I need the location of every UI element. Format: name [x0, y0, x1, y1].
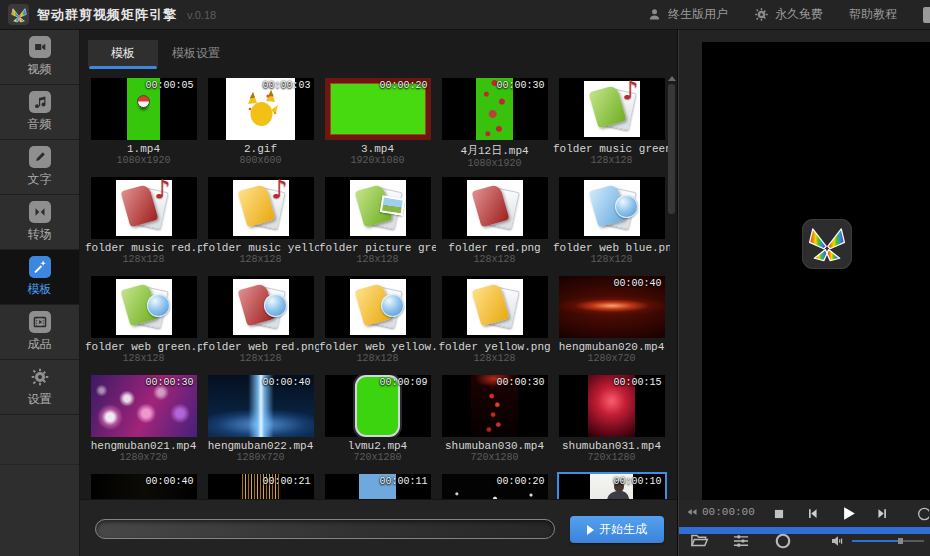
- tab-template-settings[interactable]: 模板设置: [158, 40, 234, 66]
- folder-image: [233, 279, 289, 335]
- template-card[interactable]: folder picture gre128x128: [319, 173, 436, 272]
- template-card[interactable]: folder web yellow.128x128: [319, 272, 436, 371]
- template-card[interactable]: 00:00:40hengmuban020.mp41280x720: [553, 272, 670, 371]
- template-thumbnail[interactable]: 00:00:05: [91, 78, 197, 140]
- cut-off-control-icon[interactable]: [913, 506, 929, 522]
- template-thumbnail[interactable]: 00:00:09: [325, 375, 431, 437]
- template-card[interactable]: 00:00:032.gif800x600: [202, 74, 319, 173]
- volume-handle[interactable]: [898, 538, 903, 544]
- template-dimensions: 128x128: [85, 353, 202, 364]
- template-thumbnail[interactable]: [325, 177, 431, 239]
- sidebar-item-settings[interactable]: 设置: [0, 360, 79, 415]
- template-card[interactable]: 00:00:203.mp41920x1080: [319, 74, 436, 173]
- sidebar-item-video[interactable]: 视频: [0, 30, 79, 85]
- template-card[interactable]: 00:00:30shumuban030.mp4720x1280: [436, 371, 553, 470]
- account-status[interactable]: 终生版用户: [647, 6, 728, 23]
- template-card[interactable]: ♪folder music yello128x128: [202, 173, 319, 272]
- template-thumbnail[interactable]: [208, 276, 314, 338]
- transition-icon: [29, 201, 51, 223]
- template-card[interactable]: folder web red.png128x128: [202, 272, 319, 371]
- template-card[interactable]: 00:00:40hengmuban022.mp41280x720: [202, 371, 319, 470]
- template-thumbnail[interactable]: [442, 276, 548, 338]
- title-bar: 智动群剪视频矩阵引擎 v.0.18 终生版用户 永久免费 帮助教程: [0, 0, 930, 30]
- template-thumbnail[interactable]: 00:00:11: [325, 474, 431, 499]
- playlist-button[interactable]: [731, 531, 751, 551]
- template-dimensions: 128x128: [202, 254, 319, 265]
- template-card[interactable]: 00:00:09lvmu2.mp4720x1280: [319, 371, 436, 470]
- template-card[interactable]: 00:00:40: [85, 470, 202, 499]
- sidebar-item-label: 音频: [28, 116, 52, 133]
- folder-image: [116, 279, 172, 335]
- template-thumbnail[interactable]: 00:00:20: [325, 78, 431, 140]
- play-button[interactable]: [839, 504, 858, 523]
- globe-icon: [147, 294, 170, 317]
- template-thumbnail[interactable]: 00:00:21: [208, 474, 314, 499]
- template-dimensions: 128x128: [85, 254, 202, 265]
- scrollbar-thumb[interactable]: [668, 84, 675, 214]
- template-thumbnail[interactable]: 00:00:40: [559, 276, 665, 338]
- template-card[interactable]: folder web blue.pn128x128: [553, 173, 670, 272]
- folder-image: [467, 279, 523, 335]
- template-thumbnail[interactable]: ♪: [559, 78, 665, 140]
- template-thumbnail[interactable]: ♪: [208, 177, 314, 239]
- grid-scrollbar[interactable]: [667, 76, 676, 496]
- template-thumbnail[interactable]: 00:00:40: [208, 375, 314, 437]
- template-card[interactable]: 00:00:11: [319, 470, 436, 499]
- template-thumbnail[interactable]: 00:00:15: [559, 375, 665, 437]
- template-card[interactable]: 00:00:20: [436, 470, 553, 499]
- app-window: 智动群剪视频矩阵引擎 v.0.18 终生版用户 永久免费 帮助教程 视频音频文字…: [0, 0, 930, 556]
- template-card[interactable]: 00:00:21: [202, 470, 319, 499]
- template-grid-viewport: 00:00:051.mp41080x192000:00:032.gif800x6…: [80, 74, 677, 499]
- template-thumbnail[interactable]: ♪: [91, 177, 197, 239]
- duration-badge: 00:00:11: [379, 476, 427, 487]
- template-card[interactable]: folder web green.p128x128: [85, 272, 202, 371]
- template-card[interactable]: 00:00:30hengmuban021.mp41280x720: [85, 371, 202, 470]
- template-card[interactable]: 00:00:10: [553, 470, 670, 499]
- template-thumbnail[interactable]: 00:00:30: [91, 375, 197, 437]
- start-generate-button[interactable]: 开始生成: [570, 516, 664, 543]
- pencil-icon: [29, 146, 51, 168]
- duration-badge: 00:00:10: [613, 476, 661, 487]
- cut-off-icon: [923, 7, 930, 23]
- duration-badge: 00:00:40: [262, 377, 310, 388]
- template-thumbnail[interactable]: 00:00:10: [559, 474, 665, 499]
- sidebar-item-audio[interactable]: 音频: [0, 85, 79, 140]
- loop-button[interactable]: [773, 531, 793, 551]
- template-thumbnail[interactable]: [91, 276, 197, 338]
- previous-button[interactable]: [805, 506, 820, 521]
- sidebar-item-transition[interactable]: 转场: [0, 195, 79, 250]
- help-link[interactable]: 帮助教程: [849, 6, 897, 23]
- template-thumbnail[interactable]: [325, 276, 431, 338]
- template-filename: folder web blue.pn: [553, 242, 670, 254]
- tab-bar: 模板模板设置: [88, 40, 677, 66]
- template-filename: folder picture gre: [319, 242, 436, 254]
- account-label: 终生版用户: [668, 6, 728, 23]
- template-card[interactable]: ♪folder music red.p128x128: [85, 173, 202, 272]
- sidebar-item-text[interactable]: 文字: [0, 140, 79, 195]
- tab-templates[interactable]: 模板: [88, 40, 158, 66]
- template-card[interactable]: ♪folder music green128x128: [553, 74, 670, 173]
- template-card[interactable]: folder yellow.png128x128: [436, 272, 553, 371]
- template-thumbnail[interactable]: [559, 177, 665, 239]
- next-button[interactable]: [875, 506, 890, 521]
- template-thumbnail[interactable]: 00:00:20: [442, 474, 548, 499]
- template-thumbnail[interactable]: 00:00:40: [91, 474, 197, 499]
- open-folder-button[interactable]: [689, 531, 709, 551]
- template-thumbnail[interactable]: 00:00:30: [442, 375, 548, 437]
- template-card[interactable]: folder red.png128x128: [436, 173, 553, 272]
- volume-slider[interactable]: [852, 540, 924, 542]
- license-status[interactable]: 永久免费: [754, 6, 823, 23]
- template-thumbnail[interactable]: 00:00:30: [442, 78, 548, 140]
- template-card[interactable]: 00:00:15shumuban031.mp4720x1280: [553, 371, 670, 470]
- template-card[interactable]: 00:00:304月12日.mp41080x1920: [436, 74, 553, 173]
- stop-button[interactable]: [772, 507, 786, 521]
- sidebar-item-template[interactable]: 模板: [0, 250, 79, 305]
- template-filename: folder music yello: [202, 242, 319, 254]
- sidebar-item-output[interactable]: 成品: [0, 305, 79, 360]
- template-thumbnail[interactable]: [442, 177, 548, 239]
- template-card[interactable]: 00:00:051.mp41080x1920: [85, 74, 202, 173]
- volume-icon[interactable]: [829, 532, 847, 550]
- scroll-up-icon[interactable]: [668, 76, 676, 81]
- template-dimensions: 128x128: [553, 254, 670, 265]
- template-thumbnail[interactable]: 00:00:03: [208, 78, 314, 140]
